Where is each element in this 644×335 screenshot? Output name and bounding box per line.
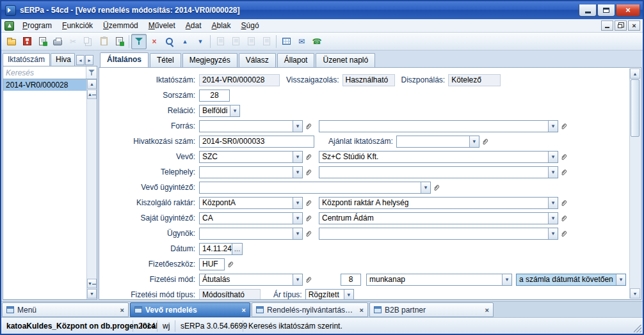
chevron-down-icon[interactable]: ▾ <box>230 105 239 116</box>
chevron-down-icon[interactable]: ▾ <box>344 290 353 300</box>
close-button[interactable]: × <box>616 4 640 17</box>
sorszam-field[interactable]: 28 <box>199 90 230 102</box>
sajat-ugyintezo-code-combo[interactable]: CA ▾ <box>199 212 303 224</box>
close-icon[interactable]: × <box>360 306 364 314</box>
grid-button[interactable] <box>278 34 294 49</box>
chevron-down-icon[interactable]: ▾ <box>502 274 511 285</box>
chevron-down-icon[interactable]: ▾ <box>469 136 479 147</box>
paperclip-icon[interactable] <box>304 230 314 238</box>
filter-button[interactable] <box>131 34 147 49</box>
tab-tetel[interactable]: Tétel <box>150 53 181 67</box>
kiszolgalo-raktar-name-combo[interactable]: Központi raktár A helység ▾ <box>319 197 558 209</box>
menu-ablak[interactable]: Ablak <box>206 20 236 32</box>
chevron-down-icon[interactable]: ▾ <box>548 121 558 132</box>
child-minimize-button[interactable] <box>601 20 613 31</box>
forras-code-combo[interactable]: ▾ <box>199 120 303 132</box>
paperclip-icon[interactable] <box>559 199 569 207</box>
menu-funkciok[interactable]: Funkciók <box>57 20 98 32</box>
previous-record-button[interactable]: ▲ <box>177 34 193 49</box>
vevo-name-combo[interactable]: Sz+C Stúdió Kft. ▾ <box>319 151 558 163</box>
paperclip-icon[interactable] <box>432 183 442 192</box>
scroll-up-button[interactable]: ▲ <box>87 79 97 89</box>
telephely-code-combo[interactable]: ▾ <box>199 166 303 178</box>
ugynok-code-combo[interactable]: ▾ <box>199 228 303 240</box>
chevron-down-icon[interactable]: ▾ <box>293 198 302 208</box>
menu-adat[interactable]: Adat <box>181 20 207 32</box>
paperclip-icon[interactable] <box>304 153 314 161</box>
kiszolgalo-raktar-code-combo[interactable]: KözpontA ▾ <box>199 197 303 209</box>
tabs-scroll-right-button[interactable]: ▸ <box>85 55 93 65</box>
vevo-code-combo[interactable]: SZC ▾ <box>199 151 303 163</box>
close-icon[interactable]: × <box>242 306 246 314</box>
minimize-button[interactable] <box>579 4 597 17</box>
fizetesi-hatarido-egyseg-combo[interactable]: munkanap ▾ <box>366 274 512 286</box>
scroll-track[interactable] <box>87 100 97 279</box>
scroll-thumb[interactable] <box>631 79 640 137</box>
esedekesseg-combo[interactable]: a számla dátumát követően ▾ <box>516 274 626 286</box>
hivatkozasi-szam-field[interactable]: 2014-SR0/000033 <box>199 136 314 148</box>
search-filter-button[interactable] <box>86 66 97 79</box>
paperclip-icon[interactable] <box>304 122 314 130</box>
tab-valasz[interactable]: Válasz <box>239 53 276 67</box>
doc-tab-vevo-rendeles[interactable]: Vevő rendelés × <box>130 302 250 317</box>
doc-tab-menu[interactable]: Menü × <box>2 302 129 317</box>
chevron-down-icon[interactable]: ▾ <box>293 213 302 224</box>
sajat-ugyintezo-name-combo[interactable]: Centrum Ádám ▾ <box>319 212 558 224</box>
relacio-combo[interactable]: Belföldi ▾ <box>199 105 240 117</box>
attach-document-button[interactable] <box>35 34 50 49</box>
menu-sugo[interactable]: Súgó <box>236 20 264 32</box>
chevron-down-icon[interactable]: ▾ <box>293 274 302 285</box>
datum-field[interactable]: 14.11.24. <box>199 243 232 255</box>
close-icon[interactable]: × <box>120 306 124 314</box>
refresh-document-button[interactable] <box>111 34 127 49</box>
telephely-name-combo[interactable]: ▾ <box>319 166 558 178</box>
paperclip-icon[interactable] <box>481 137 490 146</box>
chevron-down-icon[interactable]: ▾ <box>548 198 558 208</box>
chevron-down-icon[interactable]: ▾ <box>421 182 430 193</box>
chevron-down-icon[interactable]: ▾ <box>548 228 558 239</box>
vevo-ugyintezo-combo[interactable]: ▾ <box>199 182 431 194</box>
fizetoeszkoz-field[interactable]: HUF <box>199 258 225 270</box>
paperclip-icon[interactable] <box>304 199 314 207</box>
chevron-down-icon[interactable]: ▾ <box>293 228 302 239</box>
paperclip-icon[interactable] <box>559 230 569 238</box>
scroll-bottom-button[interactable]: ▼ <box>87 279 97 288</box>
paperclip-icon[interactable] <box>559 122 569 130</box>
tab-altalanos[interactable]: Általános <box>100 52 149 67</box>
scroll-up-button[interactable]: ▲ <box>630 68 640 79</box>
chevron-down-icon[interactable]: ▾ <box>548 213 558 224</box>
tabs-scroll-left-button[interactable]: ◂ <box>76 55 85 65</box>
menu-muvelet[interactable]: Művelet <box>143 20 181 32</box>
left-tab-hivatkozas[interactable]: Hiva <box>51 53 75 66</box>
paperclip-icon[interactable] <box>304 276 314 284</box>
chevron-down-icon[interactable]: ▾ <box>548 167 558 178</box>
phone-button[interactable]: ☎ <box>309 34 325 49</box>
chevron-down-icon[interactable]: ▾ <box>293 121 302 132</box>
left-tab-iktatoszam[interactable]: Iktatószám <box>3 53 50 66</box>
tab-allapot[interactable]: Állapot <box>277 53 315 67</box>
app-icon[interactable] <box>5 5 16 16</box>
menu-uzemmod[interactable]: Üzemmód <box>98 20 143 32</box>
doc-tab-rendeles-nyilvantartas[interactable]: Rendelés-nyilvántartás par... × <box>252 302 368 317</box>
chevron-down-icon[interactable]: ▾ <box>293 167 302 178</box>
forras-name-combo[interactable]: ▾ <box>319 120 558 132</box>
child-close-button[interactable]: × <box>628 20 640 31</box>
ajanlat-iktatoszam-combo[interactable]: ▾ <box>396 136 479 148</box>
clear-filter-button[interactable]: × <box>147 34 162 49</box>
ar-tipus-combo[interactable]: Rögzített ▾ <box>305 289 354 300</box>
scroll-down-button[interactable]: ▼ <box>630 288 640 299</box>
fizetesi-mod-combo[interactable]: Átutalás ▾ <box>199 274 303 286</box>
scroll-track[interactable] <box>630 137 640 288</box>
print-button[interactable] <box>50 34 65 49</box>
paperclip-icon[interactable] <box>304 214 314 222</box>
child-window-icon[interactable] <box>4 21 14 31</box>
scroll-down-button[interactable]: ▼ <box>87 289 97 299</box>
new-button[interactable] <box>4 34 19 49</box>
chevron-down-icon[interactable]: ▾ <box>616 274 625 285</box>
resize-grip[interactable] <box>634 325 641 332</box>
paperclip-icon[interactable] <box>559 168 569 176</box>
tab-uzenet-naplo[interactable]: Üzenet napló <box>316 53 375 67</box>
ugynok-name-combo[interactable]: ▾ <box>319 228 558 240</box>
maximize-button[interactable] <box>597 4 615 17</box>
search-input[interactable] <box>3 66 86 79</box>
